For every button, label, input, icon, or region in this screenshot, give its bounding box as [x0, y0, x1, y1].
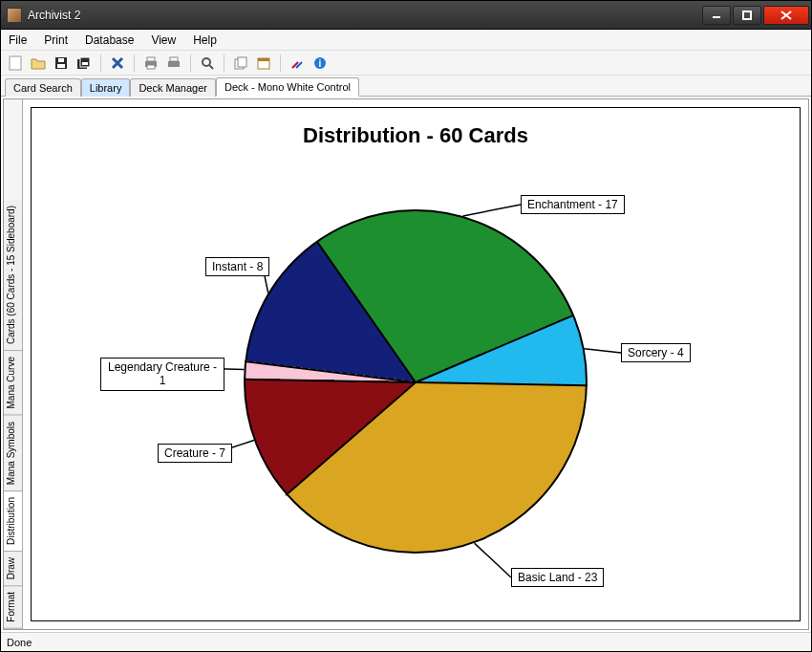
side-tab-cards[interactable]: Cards (60 Cards - 15 Sideboard)	[4, 200, 22, 351]
settings-icon[interactable]	[288, 54, 306, 72]
tabstrip: Card Search Library Deck Manager Deck - …	[1, 76, 811, 97]
tab-deck-manager[interactable]: Deck Manager	[130, 78, 216, 97]
print-preview-icon[interactable]	[165, 54, 182, 72]
slice-label-enchantment: Enchantment - 17	[521, 195, 625, 214]
slice-label-sorcery: Sorcery - 4	[621, 343, 691, 362]
toolbar: i	[1, 51, 811, 76]
pie-chart: Enchantment - 17Sorcery - 4Basic Land - …	[51, 162, 780, 601]
menubar: File Print Database View Help	[1, 30, 811, 51]
save-icon[interactable]	[53, 54, 70, 72]
svg-line-30	[475, 543, 511, 577]
maximize-button[interactable]	[733, 6, 761, 25]
side-tabstrip: Format Draw Distribution Mana Symbols Ma…	[4, 99, 23, 629]
chart-panel: Distribution - 60 Cards Enchantment - 17…	[23, 99, 808, 629]
tab-card-search[interactable]: Card Search	[5, 78, 81, 97]
slice-label-legendary-creature: Legendary Creature -1	[100, 358, 224, 391]
calendar-icon[interactable]	[255, 54, 272, 72]
svg-line-28	[463, 205, 521, 216]
app-window: Archivist 2 File Print Database View Hel…	[0, 0, 812, 652]
copy-icon[interactable]	[232, 54, 249, 72]
side-tab-mana-symbols[interactable]: Mana Symbols	[4, 416, 22, 491]
svg-line-29	[585, 349, 621, 353]
separator-icon	[280, 54, 281, 72]
menu-file[interactable]: File	[9, 33, 27, 47]
tab-deck-current[interactable]: Deck - Mono White Control	[216, 77, 359, 97]
side-tab-distribution[interactable]: Distribution	[4, 491, 22, 552]
svg-rect-10	[82, 62, 88, 65]
chart-box: Distribution - 60 Cards Enchantment - 17…	[31, 107, 801, 621]
separator-icon	[100, 54, 101, 72]
svg-rect-4	[10, 56, 21, 70]
svg-rect-23	[258, 58, 269, 61]
slice-label-basic-land: Basic Land - 23	[511, 568, 604, 587]
minimize-button[interactable]	[702, 6, 731, 25]
tab-library[interactable]: Library	[81, 78, 131, 97]
svg-text:i: i	[319, 58, 322, 69]
open-icon[interactable]	[30, 54, 47, 72]
separator-icon	[190, 54, 191, 72]
window-title: Archivist 2	[28, 9, 702, 22]
menu-database[interactable]: Database	[85, 33, 134, 47]
svg-rect-14	[147, 57, 155, 61]
content-area: Format Draw Distribution Mana Symbols Ma…	[3, 98, 809, 630]
svg-rect-17	[170, 57, 178, 61]
print-icon[interactable]	[142, 54, 160, 72]
menu-view[interactable]: View	[151, 33, 176, 47]
app-icon	[7, 8, 22, 23]
save-all-icon[interactable]	[75, 54, 93, 72]
side-tab-mana-curve[interactable]: Mana Curve	[4, 351, 22, 415]
svg-rect-21	[238, 57, 246, 67]
new-icon[interactable]	[7, 54, 24, 72]
svg-rect-15	[147, 65, 155, 69]
svg-point-18	[203, 58, 210, 66]
delete-icon[interactable]	[109, 54, 126, 72]
info-icon[interactable]: i	[311, 54, 329, 72]
slice-label-creature: Creature - 7	[158, 444, 232, 463]
svg-rect-1	[743, 11, 751, 19]
svg-rect-7	[58, 58, 64, 62]
close-button[interactable]	[763, 6, 809, 25]
side-tab-draw[interactable]: Draw	[4, 552, 22, 586]
separator-icon	[224, 54, 224, 72]
menu-help[interactable]: Help	[193, 33, 217, 47]
svg-line-19	[209, 65, 213, 69]
status-text: Done	[7, 637, 32, 648]
side-tab-format[interactable]: Format	[4, 586, 22, 629]
statusbar: Done	[1, 632, 811, 651]
search-icon[interactable]	[199, 54, 216, 72]
svg-rect-16	[168, 61, 180, 67]
svg-rect-6	[57, 64, 65, 68]
separator-icon	[134, 54, 135, 72]
chart-title: Distribution - 60 Cards	[303, 123, 528, 148]
slice-label-instant: Instant - 8	[205, 257, 269, 276]
titlebar: Archivist 2	[1, 1, 811, 30]
menu-print[interactable]: Print	[44, 33, 68, 47]
